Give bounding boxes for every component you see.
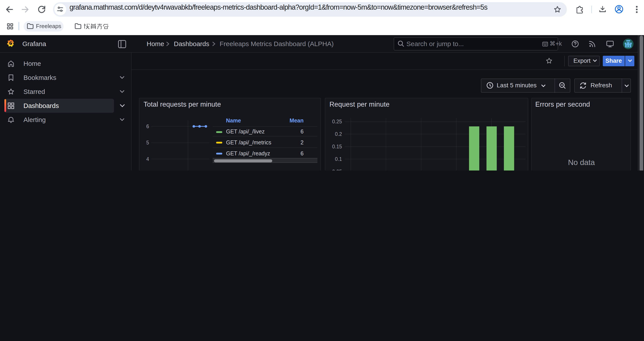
svg-text:5: 5 xyxy=(146,140,149,146)
svg-text:6: 6 xyxy=(146,124,149,129)
svg-text:0.25: 0.25 xyxy=(332,119,342,124)
svg-text:4: 4 xyxy=(146,156,149,162)
svg-text:0.15: 0.15 xyxy=(332,144,342,149)
svg-text:0.1: 0.1 xyxy=(335,156,342,162)
svg-text:0.2: 0.2 xyxy=(335,131,342,137)
svg-text:0.05: 0.05 xyxy=(332,169,342,171)
